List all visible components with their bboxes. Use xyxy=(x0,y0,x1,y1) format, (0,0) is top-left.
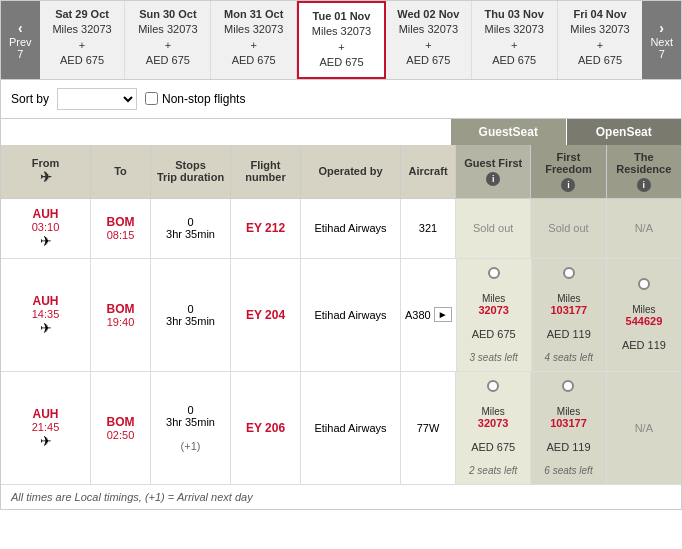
date-cell-2[interactable]: Mon 31 Oct Miles 32073 + AED 675 xyxy=(211,1,297,79)
col-aircraft: Aircraft xyxy=(401,145,456,198)
prev-count: 7 xyxy=(17,48,23,60)
date-cell-5[interactable]: Thu 03 Nov Miles 32073 + AED 675 xyxy=(472,1,558,79)
sort-bar: Sort by Non-stop flights xyxy=(0,80,682,119)
radio-circle[interactable] xyxy=(562,380,574,392)
flight-guest-first[interactable]: Miles 32073AED 6753 seats left xyxy=(457,259,532,371)
column-headers: From ✈ To Stops Trip duration Flight num… xyxy=(1,145,681,199)
flight-guest-first[interactable]: Miles 32073AED 6752 seats left xyxy=(456,372,531,484)
date-cell-4[interactable]: Wed 02 Nov Miles 32073 + AED 675 xyxy=(386,1,472,79)
sort-by-label: Sort by xyxy=(11,92,49,106)
flight-guest-first: Sold out xyxy=(456,199,531,258)
col-stops: Stops Trip duration xyxy=(151,145,231,198)
nonstop-text: Non-stop flights xyxy=(162,92,245,106)
flight-number: EY 206 xyxy=(231,372,301,484)
next-button[interactable]: › Next 7 xyxy=(642,1,681,79)
date-cell-6[interactable]: Fri 04 Nov Miles 32073 + AED 675 xyxy=(558,1,643,79)
flight-row: AUH 14:35 ✈ BOM 19:40 0 3hr 35min EY 204… xyxy=(1,259,681,372)
aircraft-detail-icon[interactable]: ► xyxy=(434,307,452,322)
sold-out-text: Sold out xyxy=(548,222,588,234)
sold-out-text: Sold out xyxy=(473,222,513,234)
seat-type-header: GuestSeat OpenSeat xyxy=(1,119,681,145)
guest-seat-header: GuestSeat xyxy=(451,119,567,145)
radio-circle[interactable] xyxy=(487,380,499,392)
first-freedom-info-icon[interactable]: i xyxy=(561,178,575,192)
date-cell-1[interactable]: Sun 30 Oct Miles 32073 + AED 675 xyxy=(125,1,211,79)
radio-circle[interactable] xyxy=(488,267,500,279)
col-operated: Operated by xyxy=(301,145,401,198)
date-cell-3[interactable]: Tue 01 Nov Miles 32073 + AED 675 xyxy=(297,1,386,79)
radio-circle[interactable] xyxy=(563,267,575,279)
col-flight: Flight number xyxy=(231,145,301,198)
date-cell-0[interactable]: Sat 29 Oct Miles 32073 + AED 675 xyxy=(40,1,126,79)
flight-from: AUH 03:10 ✈ xyxy=(1,199,91,258)
flight-first-freedom: Sold out xyxy=(531,199,606,258)
flight-rows: AUH 03:10 ✈ BOM 08:15 0 3hr 35min EY 212… xyxy=(1,199,681,484)
col-to: To xyxy=(91,145,151,198)
flight-stops: 0 3hr 35min xyxy=(151,199,231,258)
flight-from: AUH 21:45 ✈ xyxy=(1,372,91,484)
flight-aircraft: 77W xyxy=(401,372,456,484)
col-residence: The Residence i xyxy=(607,145,681,198)
flight-from: AUH 14:35 ✈ xyxy=(1,259,91,371)
residence-info-icon[interactable]: i xyxy=(637,178,651,192)
footer-note: All times are Local timings, (+1) = Arri… xyxy=(1,484,681,509)
flight-row: AUH 03:10 ✈ BOM 08:15 0 3hr 35min EY 212… xyxy=(1,199,681,259)
flight-residence: N/A xyxy=(607,199,681,258)
prev-arrow-icon: ‹ xyxy=(18,20,23,36)
flight-first-freedom[interactable]: Miles 103177AED 1194 seats left xyxy=(532,259,607,371)
flight-stops: 0 3hr 35min xyxy=(151,259,231,371)
prev-label: Prev xyxy=(9,36,32,48)
date-nav: ‹ Prev 7 Sat 29 Oct Miles 32073 + AED 67… xyxy=(0,0,682,80)
flight-to: BOM 08:15 xyxy=(91,199,151,258)
flight-to: BOM 02:50 xyxy=(91,372,151,484)
radio-circle[interactable] xyxy=(638,278,650,290)
flight-number: EY 212 xyxy=(231,199,301,258)
flight-residence: N/A xyxy=(607,372,681,484)
nonstop-label[interactable]: Non-stop flights xyxy=(145,92,245,106)
flight-first-freedom[interactable]: Miles 103177AED 1196 seats left xyxy=(531,372,606,484)
plane-row-icon: ✈ xyxy=(40,320,52,336)
na-text: N/A xyxy=(635,222,653,234)
next-arrow-icon: › xyxy=(659,20,664,36)
flight-aircraft: 321 xyxy=(401,199,456,258)
nonstop-checkbox[interactable] xyxy=(145,92,158,105)
na-text: N/A xyxy=(635,422,653,434)
flight-residence[interactable]: Miles 544629AED 119 xyxy=(607,259,681,371)
col-first-freedom: First Freedom i xyxy=(531,145,606,198)
flight-operated: Etihad Airways xyxy=(301,259,401,371)
guest-first-info-icon[interactable]: i xyxy=(486,172,500,186)
flight-number: EY 204 xyxy=(231,259,301,371)
flight-operated: Etihad Airways xyxy=(301,199,401,258)
next-label: Next xyxy=(650,36,673,48)
seat-header-spacer xyxy=(1,119,451,145)
date-cells: Sat 29 Oct Miles 32073 + AED 675 Sun 30 … xyxy=(40,1,643,79)
plane-row-icon: ✈ xyxy=(40,233,52,249)
flight-to: BOM 19:40 xyxy=(91,259,151,371)
open-seat-header: OpenSeat xyxy=(567,119,682,145)
prev-button[interactable]: ‹ Prev 7 xyxy=(1,1,40,79)
flight-stops: 0 3hr 35min (+1) xyxy=(151,372,231,484)
flight-table: GuestSeat OpenSeat From ✈ To Stops Trip … xyxy=(0,119,682,510)
next-count: 7 xyxy=(659,48,665,60)
col-guest-first: Guest First i xyxy=(456,145,531,198)
plane-row-icon: ✈ xyxy=(40,433,52,449)
col-from: From ✈ xyxy=(1,145,91,198)
plane-header-icon: ✈ xyxy=(40,169,52,185)
sort-select[interactable] xyxy=(57,88,137,110)
flight-row: AUH 21:45 ✈ BOM 02:50 0 3hr 35min (+1) E… xyxy=(1,372,681,484)
flight-operated: Etihad Airways xyxy=(301,372,401,484)
flight-aircraft: A380► xyxy=(401,259,457,371)
